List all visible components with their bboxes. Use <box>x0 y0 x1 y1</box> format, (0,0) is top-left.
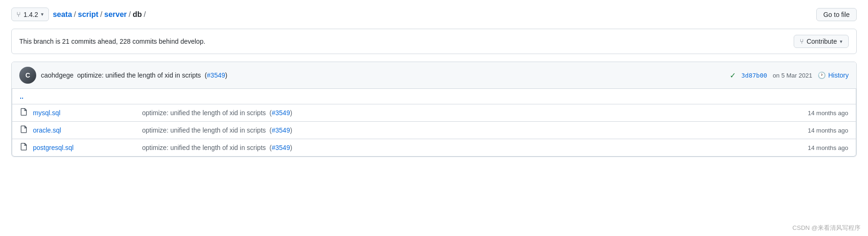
commit-msg-text: optimize: unified the length of xid in s… <box>77 71 201 79</box>
chevron-down-icon: ▾ <box>41 11 44 17</box>
clock-icon: 🕐 <box>818 71 826 79</box>
file-list: .. mysql.sql optimize: unified the lengt… <box>12 89 856 157</box>
branch-selector[interactable]: ⑂ 1.4.2 ▾ <box>11 8 49 21</box>
branch-icon: ⑂ <box>16 10 21 18</box>
breadcrumb-server[interactable]: server <box>104 10 127 19</box>
file-time: 14 months ago <box>792 144 848 151</box>
pr-link[interactable]: #3549 <box>271 144 290 151</box>
commit-date: on 5 Mar 2021 <box>773 72 812 79</box>
file-icon <box>20 143 27 152</box>
breadcrumb-sep-2: / <box>100 10 102 19</box>
branch-notice-text: This branch is 21 commits ahead, 228 com… <box>19 38 205 45</box>
file-commit-message: optimize: unified the length of xid in s… <box>142 126 786 134</box>
commit-msg: optimize: unified the length of xid in s… <box>142 126 266 134</box>
pr-link[interactable]: #3549 <box>271 109 290 117</box>
contribute-branch-icon: ⑂ <box>800 38 804 45</box>
file-commit-message: optimize: unified the length of xid in s… <box>142 109 786 117</box>
file-name: mysql.sql <box>33 109 136 117</box>
commit-header: C caohdgege optimize: unified the length… <box>12 62 856 89</box>
breadcrumb-script[interactable]: script <box>78 10 99 19</box>
top-bar: ⑂ 1.4.2 ▾ seata / script / server / db /… <box>11 8 857 21</box>
branch-notice: This branch is 21 commits ahead, 228 com… <box>11 29 857 54</box>
table-row: oracle.sql optimize: unified the length … <box>12 122 856 139</box>
breadcrumb-seata[interactable]: seata <box>53 10 72 19</box>
avatar-image: C <box>19 67 36 84</box>
parent-dir-row[interactable]: .. <box>12 89 856 104</box>
parent-dir-label: .. <box>20 93 24 100</box>
file-name: postgresql.sql <box>33 144 136 151</box>
go-to-file-button[interactable]: Go to file <box>816 8 857 21</box>
breadcrumb-sep-1: / <box>74 10 76 19</box>
commit-box: C caohdgege optimize: unified the length… <box>11 62 857 157</box>
branch-label: 1.4.2 <box>24 11 38 18</box>
file-link[interactable]: oracle.sql <box>33 126 61 134</box>
commit-left: C caohdgege optimize: unified the length… <box>19 67 227 84</box>
pr-link[interactable]: #3549 <box>271 126 290 134</box>
avatar: C <box>19 67 36 84</box>
commit-pr-link[interactable]: #3549 <box>207 71 225 79</box>
breadcrumb-current: db <box>133 10 142 19</box>
commit-sha-link[interactable]: 3d87b00 <box>741 72 767 79</box>
file-icon <box>20 126 27 135</box>
file-name: oracle.sql <box>33 126 136 134</box>
commit-msg: optimize: unified the length of xid in s… <box>142 144 266 151</box>
top-bar-left: ⑂ 1.4.2 ▾ seata / script / server / db / <box>11 8 146 21</box>
contribute-chevron-icon: ▾ <box>840 39 843 45</box>
commit-sha: 3d87b00 <box>741 72 767 79</box>
breadcrumb: seata / script / server / db / <box>53 10 146 19</box>
table-row: mysql.sql optimize: unified the length o… <box>12 104 856 122</box>
check-icon: ✓ <box>730 71 736 80</box>
file-commit-message: optimize: unified the length of xid in s… <box>142 144 786 151</box>
commit-message: caohdgege optimize: unified the length o… <box>41 71 227 79</box>
file-link[interactable]: postgresql.sql <box>33 144 73 151</box>
table-row: postgresql.sql optimize: unified the len… <box>12 139 856 156</box>
contribute-label: Contribute <box>806 38 837 45</box>
breadcrumb-sep-4: / <box>144 10 146 19</box>
file-link[interactable]: mysql.sql <box>33 109 60 117</box>
commit-right: ✓ 3d87b00 on 5 Mar 2021 🕐 History <box>730 71 849 80</box>
breadcrumb-sep-3: / <box>129 10 131 19</box>
file-time: 14 months ago <box>792 110 848 117</box>
commit-author[interactable]: caohdgege <box>41 71 73 79</box>
contribute-button[interactable]: ⑂ Contribute ▾ <box>794 35 849 48</box>
file-time: 14 months ago <box>792 127 848 134</box>
history-label: History <box>828 71 849 79</box>
history-button[interactable]: 🕐 History <box>818 71 849 79</box>
commit-msg: optimize: unified the length of xid in s… <box>142 109 266 117</box>
file-icon <box>20 108 27 118</box>
